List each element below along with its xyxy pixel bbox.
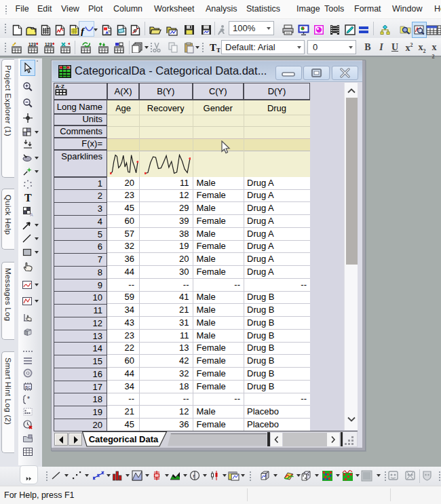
svg-text:123: 123 <box>28 42 36 47</box>
svg-text:A: A <box>30 212 33 217</box>
svg-text:Categorical Data: Categorical Data <box>88 434 158 444</box>
svg-text:T: T <box>24 192 32 203</box>
svg-text:123: 123 <box>45 42 52 47</box>
svg-text:r: r <box>193 473 195 479</box>
svg-text:f: f <box>81 26 85 36</box>
svg-text:BC: BC <box>25 385 31 389</box>
svg-text:T: T <box>210 42 216 53</box>
svg-text:T: T <box>216 47 220 53</box>
svg-text:*: * <box>27 395 30 403</box>
